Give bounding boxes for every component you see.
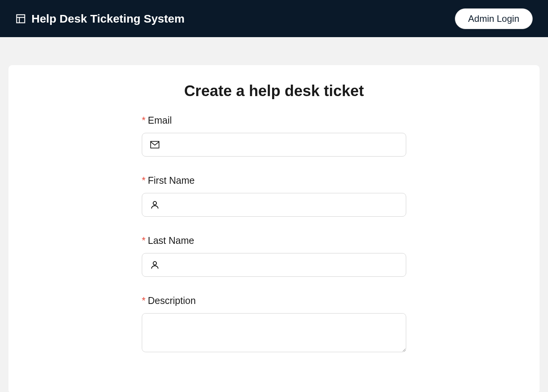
svg-rect-0 (17, 15, 25, 23)
form-group-description: *Description (142, 295, 406, 352)
email-input[interactable] (160, 133, 398, 156)
mail-icon (150, 140, 160, 150)
description-label: *Description (142, 295, 406, 306)
description-label-text: Description (148, 295, 196, 306)
panel-icon (15, 13, 26, 24)
form-group-email: *Email (142, 115, 406, 157)
required-marker: * (142, 295, 146, 306)
form-group-first-name: *First Name (142, 175, 406, 217)
app-title: Help Desk Ticketing System (31, 12, 185, 25)
admin-login-button[interactable]: Admin Login (455, 8, 533, 29)
svg-point-5 (153, 261, 157, 265)
svg-point-4 (153, 201, 157, 205)
required-marker: * (142, 235, 146, 246)
required-marker: * (142, 115, 146, 126)
last-name-label: *Last Name (142, 235, 406, 246)
form-group-last-name: *Last Name (142, 235, 406, 277)
first-name-label-text: First Name (148, 175, 195, 186)
first-name-input-wrapper[interactable] (142, 193, 406, 217)
email-label: *Email (142, 115, 406, 126)
required-marker: * (142, 175, 146, 186)
first-name-label: *First Name (142, 175, 406, 186)
user-icon (150, 200, 160, 210)
email-input-wrapper[interactable] (142, 133, 406, 157)
last-name-input[interactable] (160, 253, 398, 276)
description-input[interactable] (142, 314, 406, 352)
app-header: Help Desk Ticketing System Admin Login (0, 0, 548, 37)
last-name-input-wrapper[interactable] (142, 253, 406, 277)
first-name-input[interactable] (160, 193, 398, 216)
header-left: Help Desk Ticketing System (15, 12, 185, 25)
form-card: Create a help desk ticket *Email *First … (8, 65, 540, 392)
form-container: Create a help desk ticket *Email *First … (142, 82, 406, 352)
last-name-label-text: Last Name (148, 235, 194, 246)
page-title: Create a help desk ticket (142, 82, 406, 100)
user-icon (150, 260, 160, 270)
description-input-wrapper[interactable] (142, 313, 406, 352)
email-label-text: Email (148, 115, 172, 126)
